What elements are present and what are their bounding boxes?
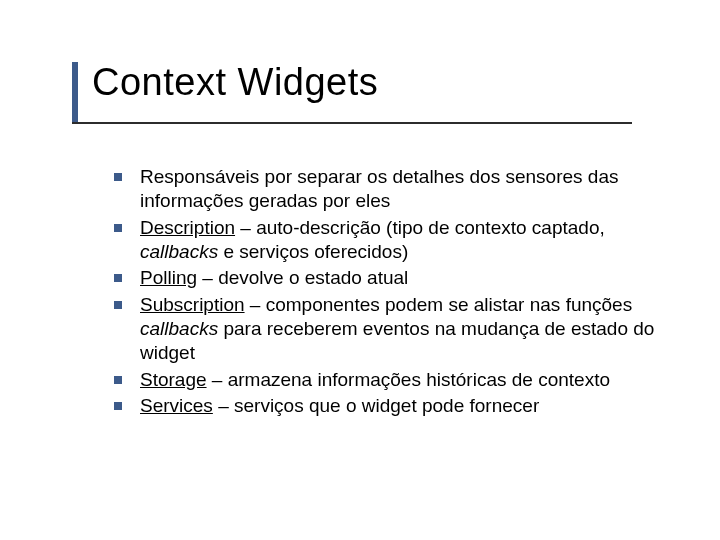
bullet-italic: callbacks [140, 241, 218, 262]
list-item: Subscription – componentes podem se alis… [110, 293, 670, 366]
slide-title: Context Widgets [92, 62, 378, 104]
bullet-term: Services [140, 395, 213, 416]
list-item: Polling – devolve o estado atual [110, 266, 670, 290]
bullet-text: – auto-descrição (tipo de contexto capta… [235, 217, 605, 238]
bullet-term: Storage [140, 369, 207, 390]
bullet-text: Responsáveis por separar os detalhes dos… [140, 166, 618, 211]
bullet-list: Responsáveis por separar os detalhes dos… [110, 165, 670, 418]
bullet-term: Description [140, 217, 235, 238]
slide: Context Widgets Responsáveis por separar… [0, 0, 720, 540]
list-item: Description – auto-descrição (tipo de co… [110, 216, 670, 265]
bullet-text: – armazena informações históricas de con… [207, 369, 610, 390]
slide-body: Responsáveis por separar os detalhes dos… [110, 165, 670, 420]
list-item: Storage – armazena informações histórica… [110, 368, 670, 392]
bullet-term: Polling [140, 267, 197, 288]
title-underline [72, 122, 632, 124]
bullet-italic: callbacks [140, 318, 218, 339]
list-item: Responsáveis por separar os detalhes dos… [110, 165, 670, 214]
bullet-tail: para receberem eventos na mudança de est… [140, 318, 654, 363]
bullet-tail: e serviços oferecidos) [218, 241, 408, 262]
bullet-text: – componentes podem se alistar nas funçõ… [245, 294, 633, 315]
title-container: Context Widgets [72, 62, 378, 104]
list-item: Services – serviços que o widget pode fo… [110, 394, 670, 418]
bullet-text: – devolve o estado atual [197, 267, 408, 288]
bullet-term: Subscription [140, 294, 245, 315]
bullet-text: – serviços que o widget pode fornecer [213, 395, 539, 416]
